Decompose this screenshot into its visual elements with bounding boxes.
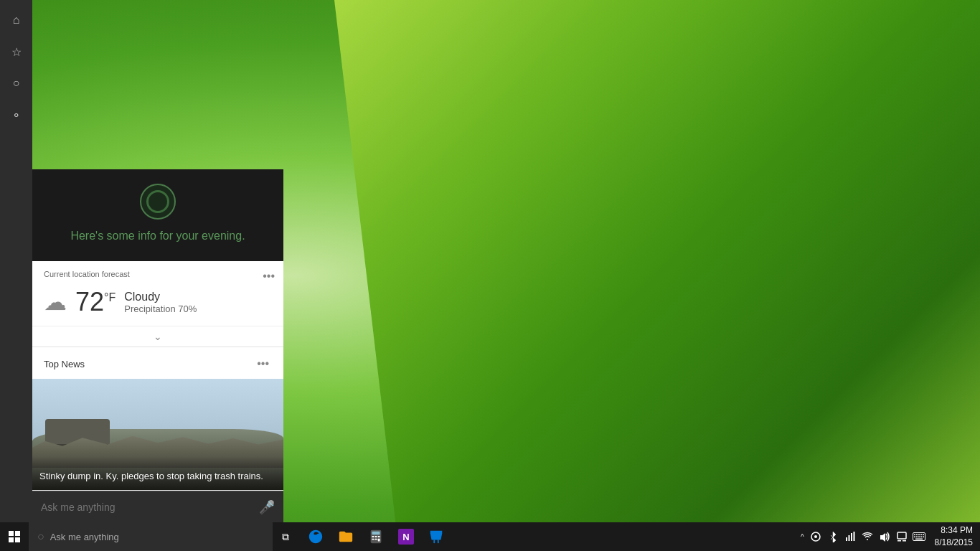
- home-icon: ⌂: [13, 14, 20, 27]
- sidebar-feedback-btn[interactable]: ⚬: [4, 102, 29, 128]
- svg-point-9: [438, 542, 439, 543]
- svg-rect-26: [916, 537, 918, 538]
- cortana-search-input[interactable]: [41, 501, 259, 513]
- cortana-sidebar: ⌂ ☆ ○ ⚬: [0, 0, 32, 522]
- svg-rect-24: [923, 534, 924, 536]
- svg-rect-3: [375, 536, 377, 537]
- microphone-icon[interactable]: 🎤: [259, 499, 275, 515]
- weather-precipitation: Precipitation 70%: [124, 303, 197, 314]
- weather-description: Cloudy Precipitation 70%: [124, 291, 197, 314]
- svg-rect-29: [923, 537, 924, 538]
- taskbar-explorer-icon[interactable]: [331, 522, 360, 551]
- taskbar-calculator-icon[interactable]: [362, 522, 390, 551]
- windows-logo-icon: [9, 531, 20, 542]
- wifi-icon[interactable]: [859, 522, 876, 551]
- media-player-icon[interactable]: [807, 522, 824, 551]
- svg-rect-17: [897, 540, 901, 542]
- task-view-button[interactable]: ⧉: [273, 522, 298, 551]
- taskbar-time: 8:34 PM: [941, 524, 973, 537]
- weather-cloud-icon: ☁: [44, 288, 67, 316]
- network-icon[interactable]: [842, 522, 859, 551]
- taskbar-clock[interactable]: 8:34 PM 8/18/2015: [928, 522, 980, 551]
- volume-icon[interactable]: [876, 522, 893, 551]
- svg-rect-5: [372, 539, 374, 540]
- svg-rect-14: [851, 533, 852, 541]
- cortana-circle: [140, 184, 176, 220]
- svg-rect-23: [920, 534, 922, 536]
- onenote-logo-icon: N: [398, 529, 414, 545]
- cortana-circle-inner: [146, 190, 169, 213]
- svg-rect-15: [853, 532, 854, 541]
- news-caption[interactable]: Stinky dump in. Ky. pledges to stop taki…: [32, 456, 283, 490]
- news-section-title: Top News: [44, 359, 85, 369]
- svg-rect-4: [378, 536, 380, 537]
- cortana-searchbar[interactable]: 🎤: [32, 491, 283, 522]
- svg-rect-16: [897, 532, 906, 539]
- svg-rect-21: [916, 534, 918, 536]
- news-image[interactable]: Stinky dump in. Ky. pledges to stop taki…: [32, 379, 283, 490]
- task-view-icon: ⧉: [282, 531, 289, 543]
- sidebar-star-btn[interactable]: ☆: [4, 39, 29, 65]
- desktop-background: [334, 0, 980, 551]
- svg-rect-12: [846, 537, 847, 541]
- svg-rect-7: [378, 539, 380, 542]
- svg-point-8: [433, 542, 435, 543]
- svg-rect-6: [375, 539, 377, 540]
- cortana-header: Here's some info for your evening.: [32, 169, 283, 261]
- star-icon: ☆: [11, 45, 22, 59]
- weather-card: ••• Current location forecast ☁ 72°F Clo…: [32, 261, 283, 347]
- file-explorer-icon: [338, 529, 354, 545]
- svg-rect-2: [372, 536, 374, 537]
- weather-main: ☁ 72°F Cloudy Precipitation 70%: [32, 284, 283, 326]
- taskbar-store-icon[interactable]: [422, 522, 451, 551]
- sidebar-reminder-btn[interactable]: ○: [4, 70, 29, 96]
- store-icon: [428, 529, 444, 545]
- expand-chevron-icon[interactable]: ⌄: [146, 329, 169, 344]
- weather-expand[interactable]: ⌄: [32, 326, 283, 347]
- taskbar-system-tray: ^: [798, 522, 980, 551]
- cortana-taskbar-icon: ○: [37, 530, 44, 543]
- bluetooth-icon[interactable]: [824, 522, 842, 551]
- weather-condition: Cloudy: [124, 291, 197, 303]
- start-button[interactable]: [0, 522, 29, 551]
- system-tray-icons: ^: [798, 522, 928, 551]
- cortana-greeting: Here's some info for your evening.: [70, 228, 245, 244]
- news-title-bar: Top News •••: [32, 347, 283, 379]
- taskbar-onenote-icon[interactable]: N: [392, 522, 420, 551]
- reminder-icon: ○: [13, 77, 20, 90]
- taskbar-search-placeholder: Ask me anything: [50, 532, 119, 542]
- sidebar-home-btn[interactable]: ⌂: [4, 7, 29, 33]
- taskbar: ○ Ask me anything ⧉: [0, 522, 980, 551]
- svg-rect-1: [372, 532, 380, 535]
- news-headline: Stinky dump in. Ky. pledges to stop taki…: [39, 471, 263, 481]
- weather-card-title: Current location forecast: [32, 261, 283, 284]
- weather-menu-btn[interactable]: •••: [260, 267, 278, 286]
- taskbar-search-area[interactable]: ○ Ask me anything: [29, 522, 273, 551]
- svg-rect-18: [903, 540, 906, 542]
- taskbar-app-icons: N: [301, 522, 451, 551]
- svg-rect-22: [918, 534, 920, 536]
- calculator-icon: [368, 529, 384, 545]
- news-menu-btn[interactable]: •••: [254, 354, 272, 373]
- svg-rect-27: [918, 537, 920, 538]
- news-card: Top News ••• Stinky dump in. Ky. pledges…: [32, 347, 283, 491]
- keyboard-icon[interactable]: [910, 522, 928, 551]
- edge-browser-icon: [308, 529, 324, 545]
- svg-rect-13: [848, 535, 849, 541]
- feedback-icon: ⚬: [11, 108, 21, 122]
- svg-rect-20: [914, 534, 915, 536]
- svg-rect-28: [920, 537, 922, 538]
- svg-rect-30: [915, 539, 923, 540]
- svg-point-11: [814, 535, 817, 538]
- weather-temperature: 72°F: [75, 287, 116, 317]
- notification-center-icon[interactable]: [893, 522, 910, 551]
- tray-expand-btn[interactable]: ^: [798, 522, 807, 551]
- taskbar-date: 8/18/2015: [935, 537, 973, 549]
- taskbar-edge-icon[interactable]: [301, 522, 330, 551]
- svg-rect-25: [914, 537, 915, 538]
- cortana-panel: Here's some info for your evening. ••• C…: [32, 169, 283, 491]
